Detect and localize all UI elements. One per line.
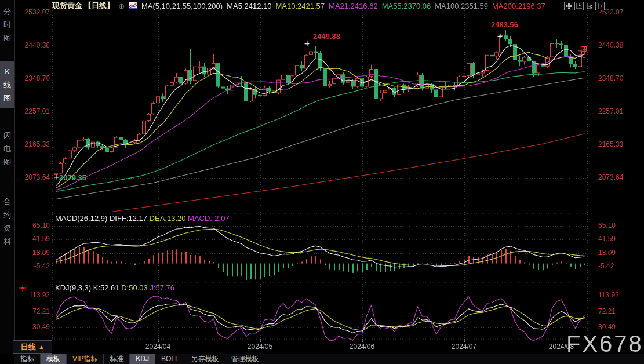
macd-axis-label: -5.42 [598,262,635,270]
kdj-panel-header: KDJ(9,3,3) K:52.61 D:50.03 J:57.76 [55,283,174,292]
sidebar-item-label: 分时图 [3,5,12,45]
kdj-axis-label: 113.92 [598,291,635,299]
ma21-value: MA21:2416.62 [329,2,378,10]
ma5-value: MA5:2412.10 [227,2,271,10]
macd-axis-label: 65.10 [17,221,50,230]
kdj-d-value: D:50.03 [121,283,148,292]
price-axis-label: 2073.64 [17,173,50,181]
price-axis-label: 2440.38 [17,41,50,49]
price-chart-canvas[interactable] [0,0,644,364]
fx678-watermark: FX678 [566,331,643,357]
kdj-axis-label: 72.21 [17,307,50,315]
price-axis-label: 2532.07 [17,8,50,16]
price-axis-label: 2257.01 [17,107,50,115]
macd-axis-label: -5.42 [17,262,50,270]
triangle-up-icon: ▲ [39,344,45,350]
sidebar-item-contract-info[interactable]: 合约资料 [0,191,14,252]
price-axis-label: 2073.64 [598,173,635,181]
price-axis-label: 2348.70 [17,74,50,82]
chart-type-sidebar: 分时图 K线图 闪电图 合约资料 [0,0,15,354]
tab-indicator[interactable]: 指标 [14,354,41,364]
macd-axis-label: 18.09 [17,249,50,257]
date-axis-label: 2024/05 [248,343,272,351]
macd-axis-label: 65.10 [598,221,635,230]
exit-fullscreen-button[interactable] [595,2,605,10]
macd-axis-label: 18.09 [598,249,635,257]
chart-legend: 现货黄金 【日线】 ⊕ MA(5,10,21,55,100,200) MA5:2… [52,1,545,11]
sidebar-item-label: 闪电图 [3,129,12,169]
macd-dea-value: DEA:13.20 [150,214,186,223]
period-label: 【日线】 [84,1,114,11]
ma55-value: MA55:2370.06 [382,2,431,10]
kdj-axis-label: 30.49 [598,323,635,331]
macd-diff-value: DIFF:12.17 [110,214,147,223]
annotation-swing-low: 2079.35 [59,173,86,182]
mini-chart-icon[interactable] [129,2,137,10]
macd-title: MACD(26,12,9) [55,214,107,223]
sidebar-item-kline[interactable]: K线图 [0,61,14,108]
kdj-axis-label: 72.21 [598,307,635,315]
circle-plus-icon[interactable]: ⊕ [118,2,125,10]
macd-axis-label: 41.59 [598,235,635,243]
tab-vip-indicator[interactable]: VIP指标 [67,354,104,364]
trading-terminal: 分时图 K线图 闪电图 合约资料 现货黄金 【日线】 ⊕ MA(5,10,21,… [0,0,644,364]
annotation-swing-high: 2449.88 [313,32,340,41]
annotation-swing-high: 2483.56 [491,20,518,29]
period-selector-button[interactable]: 日线 ▲ [13,340,52,354]
sidebar-item-label: K线图 [3,65,12,105]
kdj-title: KDJ(9,3,3) [55,283,91,292]
period-selector-label: 日线 [21,342,36,352]
macd-axis-label: 41.59 [17,235,50,243]
price-axis-label: 2165.33 [598,140,635,148]
ma200-value: MA200:2196.37 [492,2,545,10]
chart-toolbar [564,2,605,10]
axis-scale-button[interactable] [574,2,584,10]
tab-boll[interactable]: BOLL [155,354,185,364]
ma100-value: MA100:2351.59 [435,2,488,10]
sidebar-item-lightning[interactable]: 闪电图 [0,125,14,172]
sidebar-item-label: 合约资料 [3,195,12,248]
date-axis-label: 2024/07 [452,343,476,351]
macd-hist-value: MACD:-2.07 [188,214,230,223]
tab-kdj[interactable]: KDJ [130,354,155,364]
price-axis-label: 2257.01 [598,107,635,115]
macd-panel-header: MACD(26,12,9) DIFF:12.17 DEA:13.20 MACD:… [55,214,230,223]
price-axis-label: 2165.33 [17,140,50,148]
axis-pan-button[interactable] [585,2,594,10]
tab-template[interactable]: 模板 [41,354,67,364]
price-axis-label: 2440.38 [598,41,635,49]
price-axis-label: 2348.70 [598,74,635,82]
tab-save-template[interactable]: 另存模板 [185,354,225,364]
tab-manage-template[interactable]: 管理模板 [225,354,265,364]
tab-standard[interactable]: 标准 [104,354,130,364]
date-axis-label: 2024/04 [145,343,170,351]
kdj-j-value: J:57.76 [150,283,174,292]
panel-settings-icon[interactable] [19,283,26,294]
ma10-value: MA10:2421.57 [275,2,325,10]
kdj-k-value: K:52.61 [93,283,119,292]
indicator-tab-bar: 指标 模板 VIP指标 标准 KDJ BOLL 另存模板 管理模板 [14,354,644,364]
symbol-name: 现货黄金 [52,1,82,11]
date-axis-label: 2024/06 [350,343,374,351]
crosshair-tool-button[interactable] [564,2,573,10]
ma-params-label: MA(5,10,21,55,100,200) [141,2,223,10]
kdj-axis-label: 30.49 [17,323,50,331]
sidebar-item-timeshare[interactable]: 分时图 [0,1,14,48]
